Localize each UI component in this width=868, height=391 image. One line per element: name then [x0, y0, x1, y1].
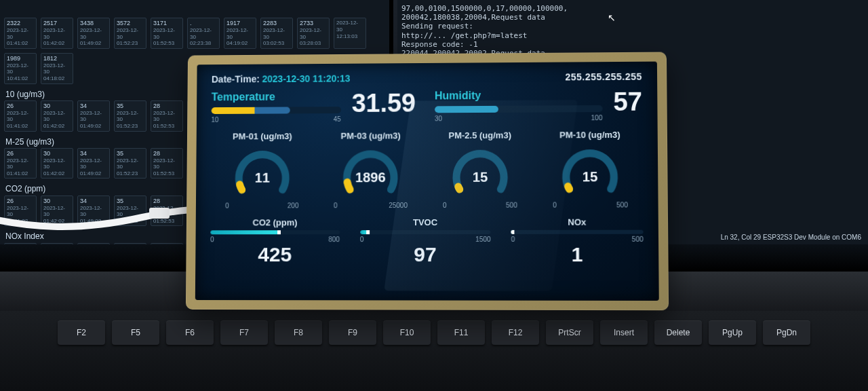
gauge-title: PM-03 (ug/m3): [319, 130, 422, 141]
keyboard-key: PrtScr: [546, 320, 593, 345]
keyboard-key: PgDn: [763, 320, 810, 345]
keyboard-key: F12: [492, 320, 539, 345]
readout-title: Temperature: [212, 90, 341, 103]
gauge-arc-icon: 15: [436, 143, 524, 206]
svg-text:15: 15: [472, 170, 488, 185]
sensor-display-screen[interactable]: Date-Time: 2023-12-30 11:20:13 255.255.2…: [195, 62, 659, 301]
keyboard-key: PgUp: [709, 320, 756, 345]
svg-text:15: 15: [583, 169, 598, 184]
keyboard-key: F6: [166, 320, 214, 345]
linear-gauge: CO2 (ppm) 0800 425: [210, 217, 340, 266]
keyboard-key: F11: [437, 320, 485, 345]
gauge: PM-03 (ug/m3) 1896 025000: [319, 130, 422, 209]
gauge-arc-icon: 1896: [327, 143, 414, 206]
linear-gauge-title: CO2 (ppm): [210, 217, 340, 227]
gauge-arc-icon: 11: [218, 144, 306, 206]
terminal-line: 200042,180038,20004,Request data: [401, 13, 864, 22]
bg-chip: 23222023-12-3001:41:02: [4, 18, 37, 49]
keyboard-key: F8: [275, 320, 322, 345]
datetime-label: Date-Time:: [212, 73, 260, 84]
bg-chip: 18122023-12-3004:18:02: [41, 53, 73, 84]
terminal-line: Sending request:: [401, 22, 864, 31]
gauge-title: PM-10 (ug/m3): [538, 130, 643, 141]
keyboard-key: F9: [329, 320, 376, 345]
ip-address: 255.255.255.255: [565, 71, 642, 83]
linear-gauge: NOx 0500 1: [511, 217, 644, 267]
gauge-title: PM-01 (ug/m3): [211, 131, 313, 142]
gauge-row: PM-01 (ug/m3) 11 0200 PM-03 (ug/m3) 1896…: [211, 130, 644, 210]
linear-gauge-value: 97: [360, 243, 491, 266]
linear-gauge-value: 1: [511, 243, 644, 266]
keyboard-key: Delete: [654, 320, 702, 345]
bg-chip: 34382023-12-3001:49:02: [77, 18, 110, 49]
bg-chip: 27332023-12-3003:28:03: [297, 18, 330, 49]
gauge: PM-2.5 (ug/m3) 15 0500: [428, 130, 532, 209]
readout-value: 31.59: [352, 90, 416, 116]
bg-chip: .2023-12-3002:23:38: [187, 18, 220, 49]
header-row: Date-Time: 2023-12-30 11:20:13 255.255.2…: [212, 71, 642, 85]
keyboard-key: Insert: [600, 320, 648, 345]
laptop-keyboard: F2F5F6F7F8F9F10F11F12PrtScrInsertDeleteP…: [0, 311, 868, 391]
linear-gauge-bar: [210, 230, 340, 234]
photo-scene: . 23222023-12-3001:41:0225172023-12-3001…: [0, 0, 868, 391]
mouse-cursor-icon: ↖: [608, 12, 616, 24]
svg-text:11: 11: [254, 170, 269, 185]
readout-bar: [435, 105, 602, 113]
bg-chip: 25172023-12-3001:42:02: [41, 18, 73, 49]
gauge: PM-01 (ug/m3) 11 0200: [211, 131, 314, 210]
bottom-readouts: CO2 (ppm) 0800 425 TVOC 01500 97 NOx 050…: [210, 217, 644, 267]
terminal-line: 97,00,0100,1500000,0,17,00000,100000,: [401, 4, 864, 13]
humidity-readout: Humidity 30100 57: [435, 89, 642, 123]
bg-chip: 19172023-12-3004:19:02: [224, 18, 256, 49]
linear-gauge: TVOC 01500 97: [360, 217, 491, 266]
keyboard-key: F7: [220, 320, 268, 345]
bg-chip: 35722023-12-3001:52:23: [114, 18, 146, 49]
bg-chip: 19892023-12-3010:41:02: [4, 53, 37, 84]
keyboard-key: F2: [58, 320, 105, 345]
top-readouts: Temperature 1045 31.59 Humidity 30100 57: [211, 89, 642, 124]
bg-chip: 22832023-12-3003:02:53: [260, 18, 293, 49]
readout-title: Humidity: [435, 89, 602, 102]
bg-chip: 31712023-12-3001:52:53: [151, 18, 183, 49]
bg-chip: 2023-12-3012:13:03: [334, 18, 366, 49]
gauge-title: PM-2.5 (ug/m3): [428, 130, 532, 141]
gauge-arc-icon: 15: [546, 143, 635, 206]
readout-bar: [212, 107, 341, 114]
datetime-value: 2023-12-30 11:20:13: [262, 73, 351, 85]
linear-gauge-bar: [360, 230, 491, 234]
linear-gauge-title: TVOC: [360, 217, 491, 227]
linear-gauge-bar: [511, 230, 644, 234]
terminal-line: http://... /get.php?m=latest: [401, 31, 864, 40]
svg-text:1896: 1896: [355, 170, 386, 185]
temperature-readout: Temperature 1045 31.59: [211, 90, 416, 124]
gauge: PM-10 (ug/m3) 15 0500: [538, 130, 644, 209]
linear-gauge-title: NOx: [511, 217, 644, 227]
linear-gauge-value: 425: [210, 243, 340, 266]
keyboard-key: F10: [383, 320, 431, 345]
readout-value: 57: [613, 89, 642, 115]
keyboard-key: F5: [112, 320, 159, 345]
editor-statusbar: Ln 32, Col 29 ESP32S3 Dev Module on COM6: [721, 234, 861, 241]
terminal-line: Response code: -1: [401, 40, 864, 49]
sensor-display-device: Date-Time: 2023-12-30 11:20:13 255.255.2…: [186, 52, 669, 311]
